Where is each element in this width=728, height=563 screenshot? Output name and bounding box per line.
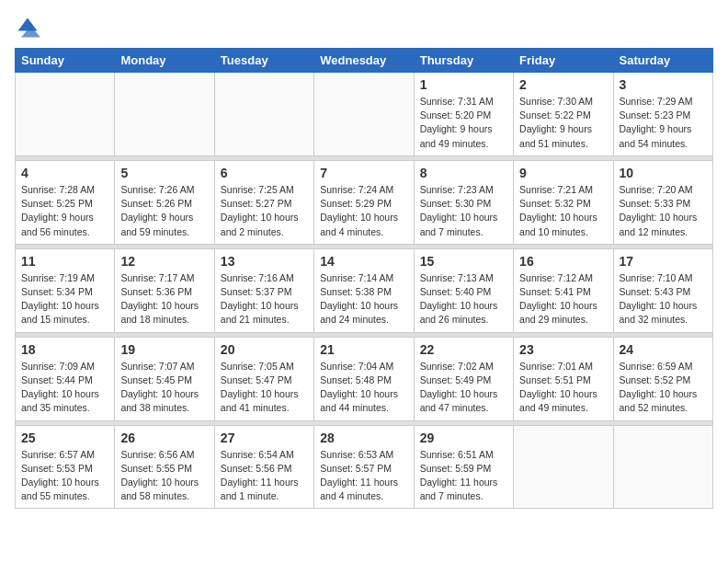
calendar-cell: 17Sunrise: 7:10 AM Sunset: 5:43 PM Dayli…: [613, 248, 712, 332]
day-info: Sunrise: 7:05 AM Sunset: 5:47 PM Dayligh…: [221, 360, 308, 416]
calendar-cell: 28Sunrise: 6:53 AM Sunset: 5:57 PM Dayli…: [314, 425, 414, 509]
day-number: 14: [320, 254, 407, 269]
calendar-cell: 9Sunrise: 7:21 AM Sunset: 5:32 PM Daylig…: [514, 160, 613, 244]
calendar-cell: [16, 73, 115, 156]
calendar-cell: 6Sunrise: 7:25 AM Sunset: 5:27 PM Daylig…: [214, 160, 313, 244]
day-number: 17: [620, 254, 707, 269]
calendar-cell: [613, 425, 712, 509]
day-number: 26: [120, 431, 208, 445]
calendar-header-row: SundayMondayTuesdayWednesdayThursdayFrid…: [16, 49, 713, 73]
day-info: Sunrise: 7:17 AM Sunset: 5:36 PM Dayligh…: [120, 271, 208, 327]
day-info: Sunrise: 6:53 AM Sunset: 5:57 PM Dayligh…: [320, 448, 407, 504]
day-info: Sunrise: 6:51 AM Sunset: 5:59 PM Dayligh…: [420, 448, 507, 504]
day-info: Sunrise: 7:25 AM Sunset: 5:27 PM Dayligh…: [221, 183, 308, 239]
calendar-cell: 14Sunrise: 7:14 AM Sunset: 5:38 PM Dayli…: [314, 248, 414, 332]
day-number: 5: [120, 166, 208, 180]
day-number: 18: [21, 342, 108, 357]
logo-icon: [15, 15, 40, 40]
week-row-1: 1Sunrise: 7:31 AM Sunset: 5:20 PM Daylig…: [16, 73, 713, 156]
calendar-cell: 16Sunrise: 7:12 AM Sunset: 5:41 PM Dayli…: [514, 248, 613, 332]
day-number: 1: [420, 77, 507, 92]
day-number: 15: [420, 254, 507, 269]
day-info: Sunrise: 7:07 AM Sunset: 5:45 PM Dayligh…: [120, 360, 208, 416]
day-info: Sunrise: 7:12 AM Sunset: 5:41 PM Dayligh…: [519, 271, 607, 327]
calendar-cell: 5Sunrise: 7:26 AM Sunset: 5:26 PM Daylig…: [115, 160, 214, 244]
day-info: Sunrise: 7:23 AM Sunset: 5:30 PM Dayligh…: [420, 183, 507, 239]
day-number: 4: [21, 166, 108, 180]
day-number: 23: [519, 342, 607, 357]
day-info: Sunrise: 7:14 AM Sunset: 5:38 PM Dayligh…: [320, 271, 407, 327]
calendar-cell: 13Sunrise: 7:16 AM Sunset: 5:37 PM Dayli…: [214, 248, 313, 332]
day-number: 19: [120, 342, 208, 357]
calendar-cell: 23Sunrise: 7:01 AM Sunset: 5:51 PM Dayli…: [514, 337, 613, 420]
day-info: Sunrise: 6:54 AM Sunset: 5:56 PM Dayligh…: [221, 448, 308, 504]
day-number: 9: [519, 166, 607, 180]
calendar-cell: [314, 73, 414, 156]
day-header-monday: Monday: [115, 49, 214, 73]
calendar-cell: 4Sunrise: 7:28 AM Sunset: 5:25 PM Daylig…: [16, 160, 115, 244]
day-header-friday: Friday: [514, 49, 613, 73]
day-header-thursday: Thursday: [414, 49, 513, 73]
day-info: Sunrise: 7:24 AM Sunset: 5:29 PM Dayligh…: [320, 183, 407, 239]
day-info: Sunrise: 7:31 AM Sunset: 5:20 PM Dayligh…: [420, 95, 507, 151]
week-row-3: 11Sunrise: 7:19 AM Sunset: 5:34 PM Dayli…: [16, 248, 713, 332]
day-number: 12: [120, 254, 208, 269]
day-info: Sunrise: 7:16 AM Sunset: 5:37 PM Dayligh…: [221, 271, 308, 327]
day-number: 16: [519, 254, 607, 269]
calendar-cell: 27Sunrise: 6:54 AM Sunset: 5:56 PM Dayli…: [214, 425, 313, 509]
day-header-sunday: Sunday: [16, 49, 115, 73]
day-info: Sunrise: 7:20 AM Sunset: 5:33 PM Dayligh…: [620, 183, 707, 239]
day-info: Sunrise: 7:19 AM Sunset: 5:34 PM Dayligh…: [21, 271, 108, 327]
calendar-cell: 8Sunrise: 7:23 AM Sunset: 5:30 PM Daylig…: [414, 160, 513, 244]
calendar-cell: 7Sunrise: 7:24 AM Sunset: 5:29 PM Daylig…: [314, 160, 414, 244]
day-number: 22: [420, 342, 507, 357]
calendar-cell: 10Sunrise: 7:20 AM Sunset: 5:33 PM Dayli…: [613, 160, 712, 244]
day-number: 29: [420, 431, 507, 445]
week-row-2: 4Sunrise: 7:28 AM Sunset: 5:25 PM Daylig…: [16, 160, 713, 244]
day-number: 27: [221, 431, 308, 445]
day-info: Sunrise: 7:13 AM Sunset: 5:40 PM Dayligh…: [420, 271, 507, 327]
calendar-cell: 21Sunrise: 7:04 AM Sunset: 5:48 PM Dayli…: [314, 337, 414, 420]
day-info: Sunrise: 7:29 AM Sunset: 5:23 PM Dayligh…: [620, 95, 707, 151]
day-number: 13: [221, 254, 308, 269]
calendar-cell: 15Sunrise: 7:13 AM Sunset: 5:40 PM Dayli…: [414, 248, 513, 332]
calendar-cell: 3Sunrise: 7:29 AM Sunset: 5:23 PM Daylig…: [613, 73, 712, 156]
calendar-cell: 26Sunrise: 6:56 AM Sunset: 5:55 PM Dayli…: [115, 425, 214, 509]
day-info: Sunrise: 7:26 AM Sunset: 5:26 PM Dayligh…: [120, 183, 208, 239]
day-number: 2: [519, 77, 607, 92]
header: [15, 15, 713, 40]
calendar-cell: 22Sunrise: 7:02 AM Sunset: 5:49 PM Dayli…: [414, 337, 513, 420]
day-info: Sunrise: 7:09 AM Sunset: 5:44 PM Dayligh…: [21, 360, 108, 416]
calendar-cell: 12Sunrise: 7:17 AM Sunset: 5:36 PM Dayli…: [115, 248, 214, 332]
day-number: 11: [21, 254, 108, 269]
day-info: Sunrise: 7:02 AM Sunset: 5:49 PM Dayligh…: [420, 360, 507, 416]
day-number: 21: [320, 342, 407, 357]
calendar-cell: 2Sunrise: 7:30 AM Sunset: 5:22 PM Daylig…: [514, 73, 613, 156]
day-number: 20: [221, 342, 308, 357]
day-info: Sunrise: 6:57 AM Sunset: 5:53 PM Dayligh…: [21, 448, 108, 504]
calendar-cell: 19Sunrise: 7:07 AM Sunset: 5:45 PM Dayli…: [115, 337, 214, 420]
calendar-cell: [115, 73, 214, 156]
day-info: Sunrise: 6:59 AM Sunset: 5:52 PM Dayligh…: [620, 360, 707, 416]
day-number: 25: [21, 431, 108, 445]
day-info: Sunrise: 7:30 AM Sunset: 5:22 PM Dayligh…: [519, 95, 607, 151]
day-number: 3: [620, 77, 707, 92]
calendar-cell: [514, 425, 613, 509]
calendar-cell: 1Sunrise: 7:31 AM Sunset: 5:20 PM Daylig…: [414, 73, 513, 156]
logo: [15, 15, 44, 40]
day-info: Sunrise: 7:04 AM Sunset: 5:48 PM Dayligh…: [320, 360, 407, 416]
calendar-cell: 18Sunrise: 7:09 AM Sunset: 5:44 PM Dayli…: [16, 337, 115, 420]
day-info: Sunrise: 7:10 AM Sunset: 5:43 PM Dayligh…: [620, 271, 707, 327]
day-number: 6: [221, 166, 308, 180]
day-number: 28: [320, 431, 407, 445]
calendar-cell: 25Sunrise: 6:57 AM Sunset: 5:53 PM Dayli…: [16, 425, 115, 509]
day-info: Sunrise: 6:56 AM Sunset: 5:55 PM Dayligh…: [120, 448, 208, 504]
day-info: Sunrise: 7:28 AM Sunset: 5:25 PM Dayligh…: [21, 183, 108, 239]
day-header-wednesday: Wednesday: [314, 49, 414, 73]
day-header-tuesday: Tuesday: [214, 49, 313, 73]
day-header-saturday: Saturday: [613, 49, 712, 73]
svg-marker-0: [18, 18, 38, 31]
day-number: 8: [420, 166, 507, 180]
calendar: SundayMondayTuesdayWednesdayThursdayFrid…: [15, 48, 713, 509]
week-row-4: 18Sunrise: 7:09 AM Sunset: 5:44 PM Dayli…: [16, 337, 713, 420]
